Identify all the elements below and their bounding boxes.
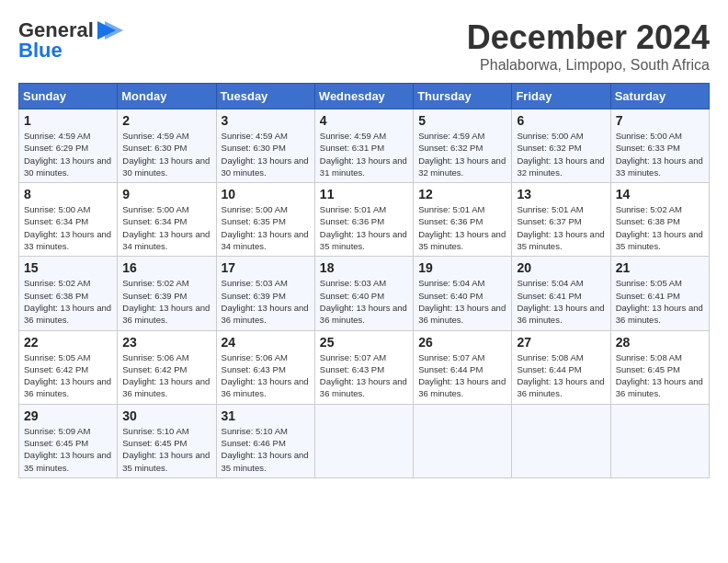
logo: General Blue [18,18,123,63]
day-number: 24 [222,335,310,350]
day-number: 8 [24,187,112,201]
header-wednesday: Wednesday [314,84,413,109]
day-number: 22 [24,335,112,350]
table-row: 27Sunrise: 5:08 AMSunset: 6:44 PMDayligh… [512,330,610,404]
table-row [512,404,610,477]
day-info: Sunrise: 5:05 AMSunset: 6:41 PMDaylight:… [616,277,704,326]
day-number: 18 [320,260,408,275]
header-friday: Friday [512,84,610,109]
day-number: 23 [122,335,210,350]
day-info: Sunrise: 5:08 AMSunset: 6:45 PMDaylight:… [616,351,704,400]
calendar-body: 1Sunrise: 4:59 AMSunset: 6:29 PMDaylight… [19,109,710,478]
calendar-header: Sunday Monday Tuesday Wednesday Thursday… [19,84,710,109]
logo-blue: Blue [18,39,63,63]
day-number: 6 [517,113,605,128]
day-info: Sunrise: 4:59 AMSunset: 6:31 PMDaylight:… [320,130,408,178]
header-monday: Monday [118,84,216,109]
title-block: December 2024 Phalaborwa, Limpopo, South… [467,18,710,74]
day-number: 25 [320,335,408,350]
day-info: Sunrise: 5:03 AMSunset: 6:39 PMDaylight:… [222,277,310,326]
day-info: Sunrise: 5:00 AMSunset: 6:34 PMDaylight:… [122,203,210,252]
day-number: 16 [122,260,210,275]
day-info: Sunrise: 5:04 AMSunset: 6:40 PMDaylight:… [418,277,506,326]
table-row: 4Sunrise: 4:59 AMSunset: 6:31 PMDaylight… [314,109,413,183]
day-info: Sunrise: 5:02 AMSunset: 6:39 PMDaylight:… [122,277,210,326]
calendar-table: Sunday Monday Tuesday Wednesday Thursday… [18,83,710,478]
header-saturday: Saturday [610,84,709,109]
table-row [314,404,413,477]
table-row: 3Sunrise: 4:59 AMSunset: 6:30 PMDaylight… [216,109,314,183]
day-info: Sunrise: 5:06 AMSunset: 6:42 PMDaylight:… [122,351,210,400]
day-info: Sunrise: 4:59 AMSunset: 6:29 PMDaylight:… [24,130,112,178]
day-number: 12 [418,187,506,201]
table-row: 29Sunrise: 5:09 AMSunset: 6:45 PMDayligh… [19,404,118,477]
header-thursday: Thursday [414,84,512,109]
day-info: Sunrise: 5:01 AMSunset: 6:36 PMDaylight:… [418,203,506,252]
day-info: Sunrise: 5:08 AMSunset: 6:44 PMDaylight:… [517,351,605,400]
table-row: 13Sunrise: 5:01 AMSunset: 6:37 PMDayligh… [512,183,610,257]
day-info: Sunrise: 5:00 AMSunset: 6:32 PMDaylight:… [517,130,605,178]
table-row: 5Sunrise: 4:59 AMSunset: 6:32 PMDaylight… [414,109,512,183]
day-info: Sunrise: 5:04 AMSunset: 6:41 PMDaylight:… [517,277,605,326]
table-row: 18Sunrise: 5:03 AMSunset: 6:40 PMDayligh… [314,257,413,330]
day-number: 3 [222,113,310,128]
day-number: 14 [616,187,704,201]
day-number: 1 [24,113,112,128]
table-row: 30Sunrise: 5:10 AMSunset: 6:45 PMDayligh… [118,404,216,477]
day-number: 13 [517,187,605,201]
table-row: 16Sunrise: 5:02 AMSunset: 6:39 PMDayligh… [118,257,216,330]
table-row: 9Sunrise: 5:00 AMSunset: 6:34 PMDaylight… [118,183,216,257]
table-row: 15Sunrise: 5:02 AMSunset: 6:38 PMDayligh… [19,257,118,330]
day-info: Sunrise: 5:10 AMSunset: 6:45 PMDaylight:… [122,425,210,474]
day-number: 28 [616,335,704,350]
day-info: Sunrise: 4:59 AMSunset: 6:32 PMDaylight:… [418,130,506,178]
table-row: 28Sunrise: 5:08 AMSunset: 6:45 PMDayligh… [610,330,709,404]
day-info: Sunrise: 5:02 AMSunset: 6:38 PMDaylight:… [616,203,704,252]
day-number: 5 [418,113,506,128]
table-row: 11Sunrise: 5:01 AMSunset: 6:36 PMDayligh… [314,183,413,257]
day-number: 15 [24,260,112,275]
table-row: 26Sunrise: 5:07 AMSunset: 6:44 PMDayligh… [414,330,512,404]
table-row: 7Sunrise: 5:00 AMSunset: 6:33 PMDaylight… [610,109,709,183]
table-row: 17Sunrise: 5:03 AMSunset: 6:39 PMDayligh… [216,257,314,330]
day-info: Sunrise: 5:01 AMSunset: 6:37 PMDaylight:… [517,203,605,252]
day-info: Sunrise: 5:03 AMSunset: 6:40 PMDaylight:… [320,277,408,326]
day-number: 10 [222,187,310,201]
day-number: 11 [320,187,408,201]
page-header: General Blue December 2024 Phalaborwa, L… [18,18,710,74]
table-row [414,404,512,477]
svg-marker-1 [105,21,123,40]
table-row: 24Sunrise: 5:06 AMSunset: 6:43 PMDayligh… [216,330,314,404]
table-row: 25Sunrise: 5:07 AMSunset: 6:43 PMDayligh… [314,330,413,404]
day-info: Sunrise: 5:02 AMSunset: 6:38 PMDaylight:… [24,277,112,326]
day-number: 30 [122,408,210,423]
day-number: 31 [222,408,310,423]
day-number: 26 [418,335,506,350]
table-row: 19Sunrise: 5:04 AMSunset: 6:40 PMDayligh… [414,257,512,330]
day-info: Sunrise: 5:07 AMSunset: 6:43 PMDaylight:… [320,351,408,400]
day-number: 17 [222,260,310,275]
day-info: Sunrise: 5:09 AMSunset: 6:45 PMDaylight:… [24,425,112,474]
day-number: 29 [24,408,112,423]
table-row: 10Sunrise: 5:00 AMSunset: 6:35 PMDayligh… [216,183,314,257]
day-info: Sunrise: 5:10 AMSunset: 6:46 PMDaylight:… [222,425,310,474]
month-title: December 2024 [467,18,710,57]
table-row: 31Sunrise: 5:10 AMSunset: 6:46 PMDayligh… [216,404,314,477]
day-info: Sunrise: 5:06 AMSunset: 6:43 PMDaylight:… [222,351,310,400]
day-number: 27 [517,335,605,350]
day-info: Sunrise: 5:00 AMSunset: 6:35 PMDaylight:… [222,203,310,252]
day-number: 21 [616,260,704,275]
table-row: 1Sunrise: 4:59 AMSunset: 6:29 PMDaylight… [19,109,118,183]
day-info: Sunrise: 4:59 AMSunset: 6:30 PMDaylight:… [222,130,310,178]
table-row: 23Sunrise: 5:06 AMSunset: 6:42 PMDayligh… [118,330,216,404]
table-row: 21Sunrise: 5:05 AMSunset: 6:41 PMDayligh… [610,257,709,330]
day-number: 20 [517,260,605,275]
day-number: 2 [122,113,210,128]
day-info: Sunrise: 5:00 AMSunset: 6:33 PMDaylight:… [616,130,704,178]
day-number: 9 [122,187,210,201]
day-info: Sunrise: 5:01 AMSunset: 6:36 PMDaylight:… [320,203,408,252]
location-title: Phalaborwa, Limpopo, South Africa [467,57,710,74]
table-row: 2Sunrise: 4:59 AMSunset: 6:30 PMDaylight… [118,109,216,183]
table-row: 12Sunrise: 5:01 AMSunset: 6:36 PMDayligh… [414,183,512,257]
table-row: 22Sunrise: 5:05 AMSunset: 6:42 PMDayligh… [19,330,118,404]
